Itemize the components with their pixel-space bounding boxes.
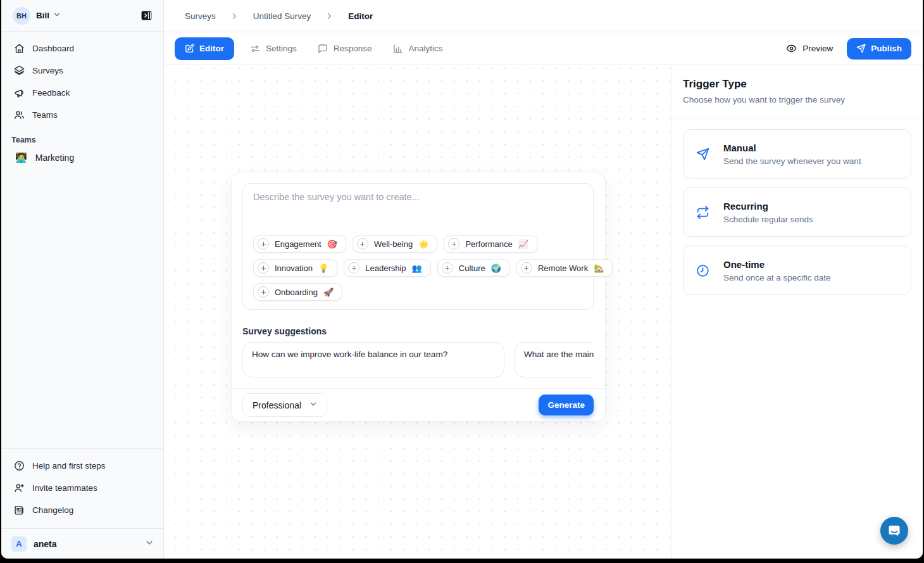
tone-dropdown[interactable]: Professional: [242, 393, 327, 417]
suggestions-list: How can we improve work-life balance in …: [242, 342, 594, 377]
sidebar-item-invite[interactable]: Invite teammates: [6, 478, 158, 498]
chip-onboarding[interactable]: Onboarding 🚀: [253, 283, 342, 301]
tab-response[interactable]: Response: [313, 37, 377, 60]
plus-icon: [258, 286, 269, 298]
tab-settings[interactable]: Settings: [245, 37, 302, 60]
sidebar-footer-nav: Help and first steps Invite teammates Ch…: [1, 448, 163, 528]
chat-launcher-button[interactable]: [880, 517, 908, 545]
trigger-option-recurring[interactable]: Recurring Schedule regular sends: [683, 187, 911, 237]
chip-culture[interactable]: Culture 🌍: [437, 259, 510, 277]
sidebar-item-changelog[interactable]: Changelog: [6, 500, 158, 521]
sidebar-item-label: Dashboard: [32, 44, 74, 53]
dart-emoji-icon: 🎯: [327, 239, 337, 249]
plus-icon: [258, 238, 269, 250]
plus-icon: [357, 238, 368, 250]
breadcrumb-surveys[interactable]: Surveys: [185, 11, 216, 21]
main-area: Surveys Untitled Survey Editor Editor Se…: [164, 0, 923, 559]
trigger-panel-header: Trigger Type Choose how you want to trig…: [671, 66, 923, 118]
publish-label: Publish: [871, 44, 902, 53]
chip-engagement[interactable]: Engagement 🎯: [253, 235, 346, 253]
chevron-right-icon: [325, 11, 334, 21]
sidebar-item-label: Changelog: [32, 505, 73, 515]
sidebar-item-label: Feedback: [32, 88, 70, 98]
breadcrumb-untitled-survey[interactable]: Untitled Survey: [253, 11, 311, 21]
panel-subtitle: Choose how you want to trigger the surve…: [683, 95, 911, 104]
eye-icon: [786, 43, 797, 54]
breadcrumb: Surveys Untitled Survey Editor: [164, 0, 923, 32]
plus-icon: [258, 262, 269, 274]
speech-bubble-icon: [318, 44, 328, 54]
app-window: BH Bill Dashboard Surveys Feedback: [1, 0, 923, 559]
suggestion-card[interactable]: What are the main ob: [515, 342, 594, 377]
plus-icon: [521, 262, 532, 274]
trigger-type-panel: Trigger Type Choose how you want to trig…: [671, 66, 923, 559]
chat-bubble-icon: [887, 523, 902, 538]
workspace-switcher[interactable]: BH Bill: [1, 0, 163, 32]
tab-label: Editor: [199, 44, 224, 53]
tab-label: Settings: [266, 44, 297, 53]
trigger-options: Manual Send the survey whenever you want…: [671, 118, 923, 306]
plus-icon: [348, 262, 359, 274]
clock-icon: [696, 264, 709, 277]
sidebar-item-label: Invite teammates: [32, 483, 97, 493]
users-icon: [14, 110, 25, 120]
sidebar-item-feedback[interactable]: Feedback: [6, 82, 158, 103]
tab-editor[interactable]: Editor: [175, 37, 234, 60]
tab-label: Analytics: [409, 44, 443, 53]
generate-button[interactable]: Generate: [539, 395, 594, 415]
sidebar-team-marketing[interactable]: 🧑‍💻 Marketing: [6, 147, 158, 168]
preview-button[interactable]: Preview: [781, 39, 838, 58]
house-emoji-icon: 🏡: [594, 263, 604, 273]
sidebar-item-label: Surveys: [32, 66, 63, 75]
megaphone-icon: [14, 87, 25, 98]
send-icon: [856, 44, 866, 53]
chip-innovation[interactable]: Innovation 💡: [253, 259, 337, 277]
chip-leadership[interactable]: Leadership 👥: [344, 259, 431, 277]
chevron-down-icon: [309, 400, 318, 410]
newspaper-icon: [14, 505, 25, 516]
edit-icon: [185, 44, 194, 53]
repeat-icon: [696, 206, 709, 219]
send-icon: [696, 148, 709, 161]
sidebar: BH Bill Dashboard Surveys Feedback: [1, 0, 164, 559]
rocket-emoji-icon: 🚀: [323, 288, 334, 297]
preview-label: Preview: [802, 44, 833, 53]
technologist-emoji-icon: 🧑‍💻: [15, 152, 27, 163]
publish-button[interactable]: Publish: [847, 38, 911, 60]
tab-analytics[interactable]: Analytics: [388, 37, 448, 60]
editor-toolbar: Editor Settings Response Analytics Previ…: [164, 32, 923, 65]
workspace-name: Bill: [36, 11, 49, 20]
user-menu[interactable]: A aneta: [1, 528, 163, 559]
globe-emoji-icon: 🌍: [491, 263, 501, 273]
user-plus-icon: [14, 483, 25, 493]
people-emoji-icon: 👥: [412, 263, 422, 273]
trigger-option-manual[interactable]: Manual Send the survey whenever you want: [683, 129, 911, 179]
trigger-option-one-time[interactable]: One-time Send once at a specific date: [683, 246, 911, 295]
suggestion-card[interactable]: How can we improve work-life balance in …: [242, 342, 504, 377]
sliders-icon: [250, 44, 260, 54]
topic-chips: Engagement 🎯 Well-being 🌟: [253, 235, 583, 301]
sidebar-item-surveys[interactable]: Surveys: [6, 60, 158, 81]
survey-prompt-box[interactable]: Engagement 🎯 Well-being 🌟: [242, 183, 594, 310]
sidebar-nav: Dashboard Surveys Feedback Teams: [1, 32, 163, 127]
breadcrumb-editor: Editor: [348, 11, 373, 21]
sidebar-item-teams[interactable]: Teams: [6, 104, 158, 125]
sidebar-item-dashboard[interactable]: Dashboard: [6, 38, 158, 59]
tab-label: Response: [334, 44, 372, 53]
workspace-avatar: BH: [13, 7, 30, 25]
sidebar-collapse-icon[interactable]: [138, 8, 154, 24]
plus-icon: [442, 262, 453, 274]
chip-performance[interactable]: Performance 📈: [444, 235, 537, 253]
sidebar-item-help[interactable]: Help and first steps: [6, 455, 158, 476]
chevron-down-icon: [53, 10, 61, 22]
editor-canvas[interactable]: Engagement 🎯 Well-being 🌟: [164, 66, 671, 559]
sidebar-item-label: Teams: [32, 110, 58, 120]
chip-well-being[interactable]: Well-being 🌟: [353, 235, 437, 253]
layers-icon: [14, 65, 25, 76]
bulb-emoji-icon: 💡: [318, 263, 328, 273]
sidebar-item-label: Help and first steps: [32, 461, 106, 471]
chip-remote-work[interactable]: Remote Work 🏡: [516, 259, 613, 277]
chart-emoji-icon: 📈: [518, 239, 528, 249]
tone-value: Professional: [253, 400, 301, 410]
user-name: aneta: [34, 539, 57, 549]
